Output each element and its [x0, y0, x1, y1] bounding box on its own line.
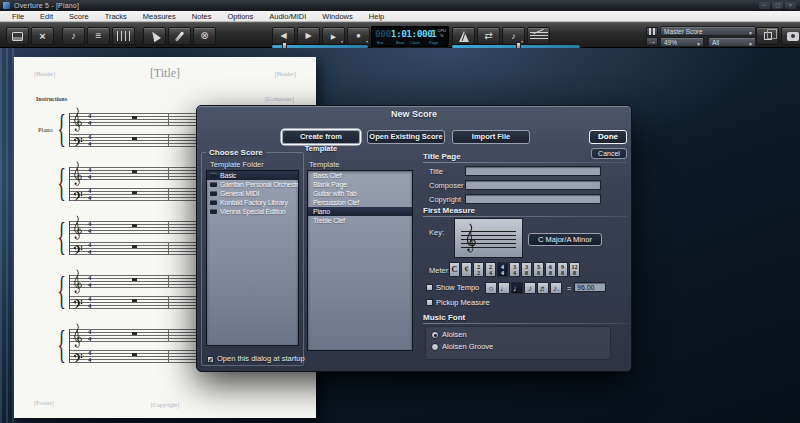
template-folder-list[interactable]: BasicGarritan Personal Orchestra 4Genera…: [206, 170, 299, 346]
tempo-value-input[interactable]: [574, 282, 606, 292]
menu-edit[interactable]: Edit: [32, 11, 61, 22]
pickup-measure-row[interactable]: Pickup Measure: [426, 298, 490, 307]
font-option-label: Aloisen: [442, 330, 467, 339]
template-item-bass-clef[interactable]: Bass Clef: [308, 171, 412, 180]
eraser-button[interactable]: [193, 27, 216, 45]
metronome-button[interactable]: [452, 27, 475, 45]
startup-checkbox-row[interactable]: ✓Open this dialog at startup: [207, 354, 305, 363]
folder-item-general-midi[interactable]: General MIDI: [207, 189, 298, 198]
track-list-button[interactable]: [87, 27, 110, 45]
meter-button-2-2[interactable]: 22: [473, 262, 484, 277]
record-button[interactable]: ▾: [347, 27, 370, 45]
key-signature-preview: [454, 218, 523, 258]
pickup-measure-checkbox[interactable]: [426, 299, 433, 306]
menu-options[interactable]: Options: [219, 11, 261, 22]
whole-note-button[interactable]: ○: [485, 282, 497, 294]
folder-icon: [210, 173, 217, 178]
arrow-right-icon: [648, 38, 656, 46]
dotted-note-button[interactable]: ♪.: [550, 282, 562, 294]
folder-item-garritan-personal-orchestra-4[interactable]: Garritan Personal Orchestra 4: [207, 180, 298, 189]
meter-button-9-8[interactable]: 98: [557, 262, 568, 277]
template-item-piano[interactable]: Piano: [308, 207, 412, 216]
swap-voices-button[interactable]: [477, 27, 500, 45]
meter-button-cut-time[interactable]: ¢: [461, 262, 472, 277]
meter-button-common-time[interactable]: C: [449, 262, 460, 277]
eighth-note-button[interactable]: ♪: [524, 282, 536, 294]
folder-icon: [210, 182, 217, 187]
cancel-button[interactable]: Cancel: [591, 148, 627, 159]
font-option-aloisen-groove[interactable]: Aloisen Groove: [431, 342, 493, 351]
barline: [168, 296, 169, 309]
show-tempo-checkbox[interactable]: [426, 284, 433, 291]
meter-button-12-8[interactable]: 128: [569, 262, 580, 277]
composer-input[interactable]: [465, 180, 601, 190]
menu-audio-midi[interactable]: Audio/MIDI: [261, 11, 314, 22]
tab-open-existing-score[interactable]: Open Existing Score: [367, 130, 445, 144]
page-layout-button[interactable]: [6, 27, 29, 45]
meter-button-3-8[interactable]: 38: [521, 262, 532, 277]
tempo-equals: =: [567, 285, 571, 292]
tempo-note-row: ○♩♩♪♬♪.: [485, 282, 562, 294]
half-note-button[interactable]: ♩: [498, 282, 510, 294]
go-to-button[interactable]: [646, 37, 658, 46]
meter-button-6-8[interactable]: 68: [545, 262, 556, 277]
play-options-button[interactable]: ▾: [322, 27, 345, 45]
close-button[interactable]: ×: [785, 2, 796, 9]
minimize-button[interactable]: –: [759, 2, 770, 9]
font-option-aloisen[interactable]: Aloisen: [431, 330, 467, 339]
zoom-select[interactable]: 49%▼: [660, 37, 704, 47]
startup-checkbox[interactable]: ✓: [207, 356, 214, 363]
menu-file[interactable]: File: [4, 11, 32, 22]
staff-settings-button[interactable]: [527, 27, 550, 45]
lcd-cpu-unit: %: [438, 34, 446, 39]
barline: [168, 221, 169, 234]
menu-help[interactable]: Help: [361, 11, 392, 22]
template-list[interactable]: Bass ClefBlank PageGuitar with TabPercus…: [307, 170, 413, 351]
quarter-note-button[interactable]: ♩: [511, 282, 523, 294]
maximize-button[interactable]: ▢: [772, 2, 783, 9]
menu-windows[interactable]: Windows: [314, 11, 360, 22]
pencil-button[interactable]: [168, 27, 191, 45]
lcd-label-page: Page: [429, 40, 438, 45]
select-arrow-button[interactable]: [143, 27, 166, 45]
tab-import-file[interactable]: Import File: [452, 130, 530, 144]
title-input[interactable]: [465, 166, 601, 176]
score-view-select[interactable]: Master Score▼: [660, 26, 756, 36]
mixer-button[interactable]: [112, 27, 135, 45]
tools-button[interactable]: [31, 27, 54, 45]
template-item-treble-clef[interactable]: Treble Clef: [308, 216, 412, 225]
track-filter-select[interactable]: All▼: [708, 37, 756, 47]
tab-create-from-template[interactable]: Create from Template: [282, 130, 360, 144]
template-item-blank-page[interactable]: Blank Page: [308, 180, 412, 189]
meter-button-4-4[interactable]: 44: [497, 262, 508, 277]
copyright-input[interactable]: [465, 194, 601, 204]
play-button[interactable]: [297, 27, 320, 45]
template-item-percussion-clef[interactable]: Percussion Clef: [308, 198, 412, 207]
menu-notes[interactable]: Notes: [184, 11, 220, 22]
menu-bar: FileEditScoreTracksMeasuresNotesOptionsA…: [0, 11, 800, 22]
folder-item-basic[interactable]: Basic: [207, 171, 298, 180]
folder-item-kontakt-factory-library[interactable]: Kontakt Factory Library: [207, 198, 298, 207]
copy-layout-button[interactable]: [756, 27, 779, 45]
show-tempo-row[interactable]: Show Tempo: [426, 283, 479, 292]
snapshot-button[interactable]: [781, 27, 800, 45]
main-area: [Header] [Title] [Header] Instructions […: [0, 48, 800, 423]
meter-button-3-4[interactable]: 34: [509, 262, 520, 277]
menu-tracks[interactable]: Tracks: [97, 11, 135, 22]
radio-aloisen[interactable]: [431, 331, 439, 339]
folder-item-vienna-special-edition[interactable]: Vienna Special Edition: [207, 207, 298, 216]
folder-item-label: Kontakt Factory Library: [220, 199, 288, 206]
menu-measures[interactable]: Measures: [135, 11, 184, 22]
zoom-value: 49%: [664, 39, 677, 46]
note-entry-button[interactable]: [62, 27, 85, 45]
done-button[interactable]: Done: [589, 130, 627, 144]
template-item-guitar-with-tab[interactable]: Guitar with Tab: [308, 189, 412, 198]
sixteenth-note-button[interactable]: ♬: [537, 282, 549, 294]
key-select-button[interactable]: C Major/A Minor: [528, 233, 602, 246]
meter-button-2-4[interactable]: 24: [485, 262, 496, 277]
radio-aloisen-groove[interactable]: [431, 343, 439, 351]
panel-toggle-button[interactable]: [646, 27, 658, 36]
menu-score[interactable]: Score: [61, 11, 97, 22]
grace-note-button[interactable]: ▾: [502, 27, 525, 45]
meter-button-5-8[interactable]: 58: [533, 262, 544, 277]
